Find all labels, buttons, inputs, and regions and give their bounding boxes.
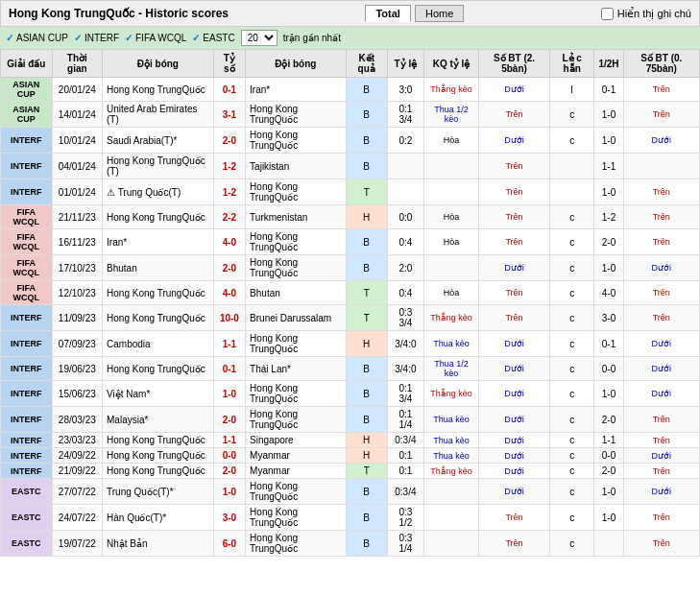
cell-competition: INTERF	[1, 128, 53, 154]
cell-lechan: c	[549, 281, 593, 305]
cell-competition: INTERF	[1, 433, 53, 448]
cell-score: 10-0	[213, 305, 245, 331]
cell-lechan: c	[549, 531, 593, 557]
cell-tyle: 0:2	[387, 128, 423, 154]
cell-tyle: 0:3 1/4	[387, 531, 423, 557]
show-notes-label: Hiển thị ghi chú	[617, 8, 691, 20]
cell-result: T	[346, 281, 387, 305]
table-row: FIFA WCQL16/11/23Iran*4-0Hong Kong Trung…	[1, 229, 700, 255]
count-label: trận gần nhất	[283, 33, 341, 43]
tab-home[interactable]: Home	[415, 5, 464, 22]
cell-kqtyle: Thua kèo	[423, 433, 478, 448]
filter-row: ✓ ASIAN CUP ✓ INTERF ✓ FIFA WCQL ✓ EASTC…	[0, 27, 700, 49]
cell-kqtyle: Thua kèo	[423, 407, 478, 433]
table-row: INTERF15/06/23Việt Nam*1-0Hong Kong Trun…	[1, 381, 700, 407]
col-half: 1/2H	[594, 50, 623, 78]
cell-lechan: c	[549, 128, 593, 154]
count-select[interactable]: 20 10 30	[241, 30, 278, 46]
cell-tyle: 0:3/4	[387, 479, 423, 505]
cell-half	[594, 531, 623, 557]
cell-date: 10/01/24	[52, 128, 102, 154]
table-row: FIFA WCQL21/11/23Hong Kong TrungQuốc2-2T…	[1, 205, 700, 229]
cell-result: H	[346, 331, 387, 357]
cell-team1: Hong Kong TrungQuốc	[103, 78, 214, 102]
cell-team2: Hong Kong TrungQuốc	[246, 229, 346, 255]
table-row: INTERF28/03/23Malaysia*2-0Hong Kong Trun…	[1, 407, 700, 433]
cell-result: B	[346, 407, 387, 433]
cell-kqtyle	[423, 179, 478, 205]
cell-kqtyle: Hòa	[423, 205, 478, 229]
cell-result: B	[346, 102, 387, 128]
cell-team1: Saudi Arabia(T)*	[103, 128, 214, 154]
cell-date: 27/07/22	[52, 479, 102, 505]
cell-kqtyle: Thua kèo	[423, 448, 478, 464]
cell-score: 0-1	[213, 357, 245, 381]
col-tyle: Tỷ lệ	[387, 50, 423, 78]
cell-sobt: Dưới	[479, 479, 550, 505]
cell-half: 1-0	[594, 102, 623, 128]
cell-sobt2: Trên	[623, 179, 699, 205]
cell-score: 2-0	[213, 255, 245, 281]
table-row: INTERF04/01/24Hong Kong TrungQuốc (T)1-2…	[1, 154, 700, 179]
cell-date: 19/07/22	[52, 531, 102, 557]
cell-team2: Hong Kong TrungQuốc	[246, 255, 346, 281]
cell-half: 2-0	[594, 407, 623, 433]
cell-team1: Cambodia	[103, 331, 214, 357]
col-lechan: Lẻ c hẫn	[549, 50, 593, 78]
cell-score: 1-1	[213, 331, 245, 357]
header: Hong Kong TrungQuốc - Historic scores To…	[0, 0, 700, 27]
cell-team1: Malaysia*	[103, 407, 214, 433]
cell-competition: INTERF	[1, 357, 53, 381]
cell-sobt2: Dưới	[623, 381, 699, 407]
check-fifa-wcql: ✓	[125, 33, 133, 43]
cell-date: 28/03/23	[52, 407, 102, 433]
cell-tyle: 0:1 3/4	[387, 381, 423, 407]
filter-interf: ✓ INTERF	[74, 33, 119, 43]
cell-team2: Hong Kong TrungQuốc	[246, 179, 346, 205]
col-team1: Đội bóng	[103, 50, 214, 78]
cell-competition: ASIAN CUP	[1, 102, 53, 128]
cell-lechan: c	[549, 479, 593, 505]
cell-half: 1-0	[594, 479, 623, 505]
cell-result: H	[346, 448, 387, 464]
cell-tyle: 0:1 3/4	[387, 102, 423, 128]
cell-kqtyle: Thua kèo	[423, 331, 478, 357]
cell-team2: Thái Lan*	[246, 357, 346, 381]
table-row: INTERF07/09/23Cambodia1-1Hong Kong Trung…	[1, 331, 700, 357]
cell-half: 2-0	[594, 464, 623, 479]
cell-kqtyle: Thắng kèo	[423, 381, 478, 407]
cell-kqtyle: Thắng kèo	[423, 464, 478, 479]
cell-half: 1-0	[594, 128, 623, 154]
cell-team1: Nhật Bản	[103, 531, 214, 557]
cell-sobt2: Trên	[623, 205, 699, 229]
cell-team1: Hong Kong TrungQuốc	[103, 448, 214, 464]
cell-team2: Hong Kong TrungQuốc	[246, 407, 346, 433]
cell-team2: Hong Kong TrungQuốc	[246, 381, 346, 407]
cell-result: B	[346, 154, 387, 179]
cell-date: 01/01/24	[52, 179, 102, 205]
cell-team2: Hong Kong TrungQuốc	[246, 531, 346, 557]
cell-competition: ASIAN CUP	[1, 78, 53, 102]
cell-sobt2: Trên	[623, 229, 699, 255]
cell-team1: Hong Kong TrungQuốc	[103, 433, 214, 448]
cell-date: 14/01/24	[52, 102, 102, 128]
cell-sobt2: Dưới	[623, 331, 699, 357]
cell-tyle: 0:1 1/4	[387, 407, 423, 433]
tab-total[interactable]: Total	[365, 5, 410, 22]
table-row: INTERF10/01/24Saudi Arabia(T)*2-0Hong Ko…	[1, 128, 700, 154]
cell-competition: FIFA WCQL	[1, 255, 53, 281]
cell-sobt: Dưới	[479, 464, 550, 479]
cell-team1: Hong Kong TrungQuốc (T)	[103, 154, 214, 179]
cell-result: T	[346, 305, 387, 331]
cell-sobt: Trên	[479, 305, 550, 331]
cell-team2: Turkmenistan	[246, 205, 346, 229]
filter-asian-cup: ✓ ASIAN CUP	[6, 33, 68, 43]
col-competition: Giải đấu	[1, 50, 53, 78]
cell-score: 3-1	[213, 102, 245, 128]
show-notes-checkbox[interactable]	[601, 8, 614, 20]
cell-sobt2: Trên	[623, 305, 699, 331]
col-result: Kết quả	[346, 50, 387, 78]
col-sobt2: Số BT (0. 75bàn)	[623, 50, 699, 78]
cell-team2: Hong Kong TrungQuốc	[246, 102, 346, 128]
cell-team2: Brunei Darussalam	[246, 305, 346, 331]
